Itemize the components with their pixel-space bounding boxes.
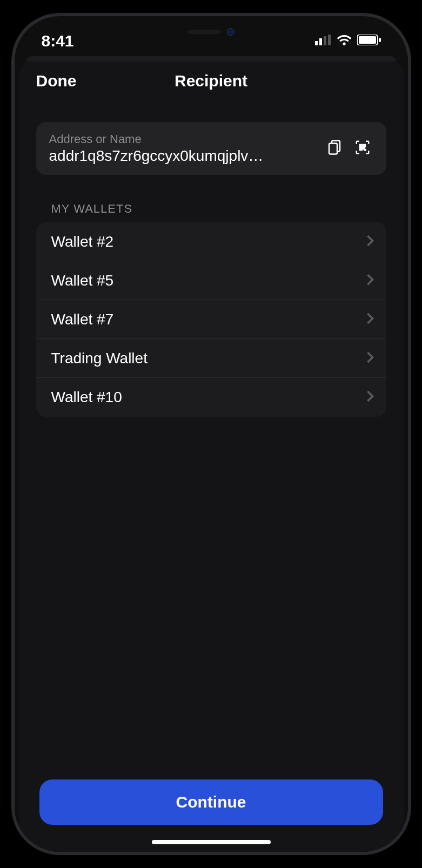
address-input[interactable]: Address or Name addr1q8s7zr6gccyx0kumqjp… xyxy=(36,122,386,175)
chevron-right-icon xyxy=(366,351,374,366)
address-input-text: Address or Name addr1q8s7zr6gccyx0kumqjp… xyxy=(49,132,317,165)
screen: 8:41 Done Recipient xyxy=(15,16,408,852)
speaker-grille xyxy=(188,30,220,34)
wallet-row[interactable]: Wallet #7 xyxy=(36,300,386,339)
paste-button[interactable] xyxy=(324,138,345,159)
done-button[interactable]: Done xyxy=(36,72,77,90)
svg-rect-1 xyxy=(319,38,322,45)
modal-nav: Done Recipient xyxy=(19,62,404,100)
svg-rect-13 xyxy=(364,150,365,151)
wallet-name: Trading Wallet xyxy=(51,350,148,367)
chevron-right-icon xyxy=(366,234,374,249)
wallet-name: Wallet #5 xyxy=(51,272,114,289)
svg-rect-2 xyxy=(324,36,326,45)
continue-button[interactable]: Continue xyxy=(39,779,383,825)
chevron-right-icon xyxy=(366,273,374,288)
spacer xyxy=(36,417,386,779)
front-camera xyxy=(227,28,235,36)
svg-rect-10 xyxy=(363,145,365,147)
paste-icon xyxy=(326,139,343,158)
cellular-icon xyxy=(315,35,331,48)
svg-rect-9 xyxy=(360,145,362,147)
modal-sheet: Done Recipient Address or Name addr1q8s7… xyxy=(19,62,404,852)
wallet-row[interactable]: Trading Wallet xyxy=(36,339,386,378)
svg-rect-8 xyxy=(329,144,337,154)
scan-qr-button[interactable] xyxy=(352,138,373,159)
wallet-name: Wallet #2 xyxy=(51,233,114,250)
qr-scan-icon xyxy=(354,139,371,158)
svg-rect-3 xyxy=(328,35,331,45)
svg-rect-11 xyxy=(360,148,362,150)
address-value: addr1q8s7zr6gccyx0kumqjplv… xyxy=(49,147,317,165)
wallet-row[interactable]: Wallet #10 xyxy=(36,378,386,417)
wallet-name: Wallet #7 xyxy=(51,311,114,328)
address-label: Address or Name xyxy=(49,132,317,146)
content: Address or Name addr1q8s7zr6gccyx0kumqjp… xyxy=(19,100,404,779)
wifi-icon xyxy=(337,35,352,48)
svg-rect-5 xyxy=(359,36,376,44)
page-title: Recipient xyxy=(175,72,247,90)
battery-icon xyxy=(357,35,381,48)
chevron-right-icon xyxy=(366,390,374,405)
phone-frame: 8:41 Done Recipient xyxy=(11,13,411,855)
wallet-list: Wallet #2 Wallet #5 Wallet xyxy=(36,222,386,417)
chevron-right-icon xyxy=(366,312,374,327)
wallet-row[interactable]: Wallet #2 xyxy=(36,222,386,261)
svg-rect-0 xyxy=(315,41,318,45)
home-indicator[interactable] xyxy=(152,840,271,844)
wallets-section-label: MY WALLETS xyxy=(51,202,386,216)
wallet-name: Wallet #10 xyxy=(51,389,122,406)
wallet-row[interactable]: Wallet #5 xyxy=(36,261,386,300)
notch xyxy=(188,28,235,36)
status-time: 8:41 xyxy=(42,32,74,50)
status-icons xyxy=(315,35,381,48)
sheet-backdrop: Done Recipient Address or Name addr1q8s7… xyxy=(15,56,408,852)
background-sheet-peek xyxy=(26,56,396,62)
svg-rect-6 xyxy=(379,38,381,42)
